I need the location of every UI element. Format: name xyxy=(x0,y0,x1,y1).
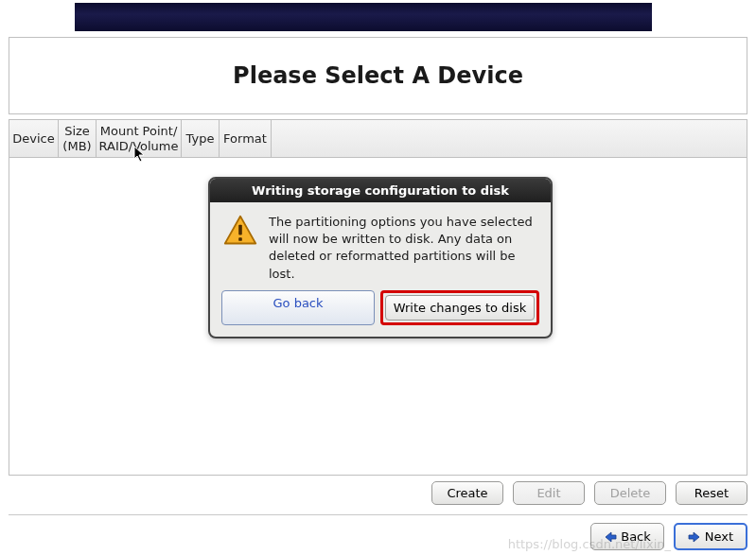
svg-rect-1 xyxy=(238,237,242,241)
next-button[interactable]: Next xyxy=(674,523,747,550)
create-button[interactable]: Create xyxy=(431,481,503,505)
main-panel: Please Select A Device Device Size (MB) … xyxy=(9,37,747,555)
divider xyxy=(9,514,747,515)
arrow-left-icon xyxy=(604,530,617,544)
header-banner xyxy=(75,3,652,31)
svg-rect-0 xyxy=(238,225,242,235)
title-box: Please Select A Device xyxy=(9,37,747,114)
col-format[interactable]: Format xyxy=(220,120,272,157)
edit-button: Edit xyxy=(513,481,585,505)
col-mount[interactable]: Mount Point/ RAID/Volume xyxy=(97,120,182,157)
col-device[interactable]: Device xyxy=(9,120,59,157)
next-label: Next xyxy=(705,529,733,544)
write-button-highlight: Write changes to disk xyxy=(380,290,539,325)
table-header-row: Device Size (MB) Mount Point/ RAID/Volum… xyxy=(9,120,747,158)
write-config-dialog: Writing storage configuration to disk Th… xyxy=(208,177,553,338)
reset-button[interactable]: Reset xyxy=(676,481,747,505)
back-label: Back xyxy=(621,529,651,544)
device-table: Device Size (MB) Mount Point/ RAID/Volum… xyxy=(9,119,747,476)
dialog-button-row: Go back Write changes to disk xyxy=(210,290,551,337)
write-changes-button[interactable]: Write changes to disk xyxy=(385,295,535,321)
arrow-right-icon xyxy=(688,530,701,544)
col-size[interactable]: Size (MB) xyxy=(59,120,97,157)
warning-icon xyxy=(223,214,257,248)
dialog-body: The partitioning options you have select… xyxy=(210,202,551,290)
page-title: Please Select A Device xyxy=(233,62,523,89)
col-spacer xyxy=(272,120,747,157)
go-back-button[interactable]: Go back xyxy=(221,290,375,325)
partition-action-row: Create Edit Delete Reset xyxy=(9,481,747,505)
col-type[interactable]: Type xyxy=(182,120,220,157)
delete-button: Delete xyxy=(594,481,666,505)
dialog-title: Writing storage configuration to disk xyxy=(210,179,551,202)
back-button[interactable]: Back xyxy=(590,523,664,550)
nav-row: Back Next xyxy=(9,523,747,550)
dialog-message: The partitioning options you have select… xyxy=(269,214,537,283)
